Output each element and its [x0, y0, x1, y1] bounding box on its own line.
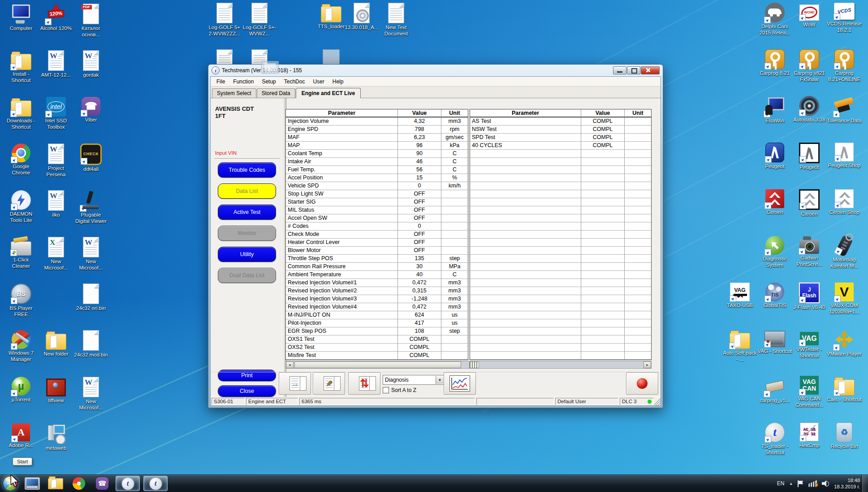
table-row[interactable]: OXS1 Test COMPL	[286, 335, 468, 344]
view-mode-dropdown[interactable]: Diagnosis ▼	[383, 375, 444, 385]
desktop-icon[interactable]: carprog_v1...	[757, 376, 792, 404]
desktop-icon[interactable]: tiffview	[39, 377, 73, 404]
desktop-icon[interactable]: Install - Shortcut	[4, 50, 39, 83]
desktop-icon[interactable]: W New Microsof...	[73, 237, 108, 271]
desktop-icon[interactable]: ElsaWin	[757, 96, 792, 124]
desktop-icon[interactable]: TIS GlobalTIS	[757, 283, 792, 309]
desktop-icon[interactable]: Computer	[4, 4, 39, 32]
desktop-icon[interactable]: VAG CAN VAG CAN Command...	[792, 376, 827, 408]
hidden-icons-arrow[interactable]: ▲	[789, 482, 793, 486]
desktop-icon[interactable]: Log-GOLF 5+ 2-WVWZZZ...	[207, 3, 242, 37]
table-row[interactable]	[470, 222, 651, 231]
record-button[interactable]	[626, 372, 658, 395]
table-row[interactable]: AS Test COMPL	[470, 118, 651, 126]
menu-item[interactable]: Setup	[258, 78, 280, 86]
table-row[interactable]: Accel Position 15 %	[286, 174, 468, 182]
desktop-icon[interactable]: Delphi Cars 2015 Relea...	[757, 3, 792, 36]
desktop-icon[interactable]: 1-Click Cleaner	[4, 237, 39, 269]
network-icon[interactable]: ✱	[808, 480, 817, 487]
table-row[interactable]: Accel Open SW OFF	[286, 214, 468, 222]
close-button[interactable]	[641, 66, 660, 74]
desktop-icon[interactable]: Google Chrome	[4, 144, 39, 176]
table-row[interactable]: Injection Volume 4,32 mm3	[286, 118, 468, 126]
menu-item[interactable]: TechDoc	[280, 78, 309, 86]
table-row[interactable]	[470, 303, 651, 311]
scroll-left-button[interactable]: ◄	[286, 361, 294, 368]
splitter-grip[interactable]	[469, 361, 479, 368]
menu-item[interactable]: File	[212, 78, 229, 86]
table-row[interactable]: MIL Status OFF	[286, 206, 468, 214]
scrollbar-thumb[interactable]	[294, 361, 461, 368]
table-row[interactable]: EGR Step POS 108 step	[286, 327, 468, 335]
desktop-icon[interactable]: Peugeot Shop	[827, 143, 862, 169]
desktop-icon[interactable]: PDF Каталог основ...	[73, 4, 108, 38]
table-row[interactable]: 40 CYCLES COMPL	[470, 142, 651, 150]
table-row[interactable]	[470, 206, 651, 214]
desktop-icon[interactable]: VCDS VCDS Release 18.2.1	[827, 3, 862, 33]
desktop-icon[interactable]: Cars - Shortcut	[827, 376, 862, 403]
function-button[interactable]: Utility	[218, 247, 276, 262]
show-desktop-button[interactable]	[862, 475, 868, 492]
table-row[interactable]: Revised Injection Volume#3 -1,248 mm3	[286, 295, 468, 303]
desktop-icon[interactable]: A Adobe R...	[4, 423, 39, 449]
table-row[interactable]: Starter SIG OFF	[286, 198, 468, 206]
table-row[interactable]: Revised Injection Volume#4 0,472 mm3	[286, 303, 468, 311]
desktop-icon[interactable]: ♻ Recycle Bin	[827, 422, 862, 450]
desktop-icon[interactable]: W AMT-12-12...	[39, 50, 73, 78]
table-row[interactable]	[470, 287, 651, 295]
desktop-icon[interactable]: VAG TAXO-USB	[722, 283, 757, 309]
taskbar-button[interactable]	[69, 476, 89, 491]
taskbar-button[interactable]: ☎	[92, 476, 112, 491]
table-row[interactable]	[470, 311, 651, 319]
table-row[interactable]	[470, 198, 651, 206]
desktop-icon[interactable]: metaweb	[39, 423, 73, 452]
table-row[interactable]	[470, 255, 651, 263]
table-row[interactable]	[470, 214, 651, 222]
desktop-icon[interactable]: Auto Soft pack - ...	[722, 329, 757, 362]
table-row[interactable]: # Codes 0	[286, 222, 468, 231]
desktop-icon[interactable]: µ µTorrent	[4, 377, 39, 403]
taskbar-button[interactable]: t	[116, 476, 140, 491]
desktop-icon[interactable]: Citroen	[757, 189, 792, 216]
function-button[interactable]: Trouble Codes	[218, 162, 276, 178]
desktop-icon[interactable]: Autodata 3.38	[792, 96, 827, 123]
table-row[interactable]: SPD Test COMPL	[470, 134, 651, 142]
menu-item[interactable]: User	[309, 78, 328, 86]
desktop-icon[interactable]: Citroën Shop	[827, 189, 862, 216]
desktop-icon[interactable]: W Project Persena	[39, 144, 73, 178]
desktop-icon[interactable]: X New Microsof...	[39, 237, 73, 271]
table-row[interactable]	[470, 150, 651, 158]
desktop-icon[interactable]: Log-GOLF 5+-WVWZ...	[242, 3, 277, 37]
taskbar-button[interactable]	[22, 476, 42, 491]
dropdown-arrow-icon[interactable]: ▼	[436, 376, 444, 384]
horizontal-scrollbar[interactable]: ◄ ►	[285, 361, 652, 369]
table-row[interactable]: Revised Injection Volume#1 0,472 mm3	[286, 279, 468, 287]
desktop-icon[interactable]: Carprog 8.21	[757, 49, 792, 77]
table-row[interactable]: Throttle Step POS 135 step	[286, 255, 468, 263]
table-row[interactable]	[470, 231, 651, 239]
table-row[interactable]	[470, 239, 651, 247]
table-row[interactable]	[470, 158, 651, 166]
desktop-icon[interactable]: Gadwin PrintScre...	[792, 236, 827, 267]
sort-checkbox[interactable]	[383, 387, 389, 393]
table-row[interactable]	[470, 174, 651, 182]
minimize-button[interactable]	[613, 66, 626, 74]
desktop-icon[interactable]: New Text Document	[379, 3, 414, 37]
desktop-icon[interactable]: 24c32 ori.bin	[73, 283, 108, 312]
desktop-icon[interactable]: t TS_loader - Shortcut	[757, 422, 792, 456]
table-row[interactable]	[470, 263, 651, 271]
desktop-icon[interactable]: 24c32 mod.bin	[73, 330, 108, 358]
desktop-icon[interactable]: W New Microsof...	[73, 377, 108, 411]
table-row[interactable]: Common Rail Pressure 30 MPa	[286, 263, 468, 271]
table-row[interactable]	[470, 327, 651, 335]
table-row[interactable]	[470, 335, 651, 344]
taskbar-button[interactable]: t	[143, 476, 168, 491]
resize-grip[interactable]	[654, 397, 661, 405]
table-row[interactable]	[470, 344, 651, 352]
desktop-icon[interactable]: Downloads - Shortcut	[4, 97, 39, 130]
desktop-icon[interactable]: VMware Player	[827, 329, 862, 357]
function-button[interactable]: Data List	[218, 183, 276, 199]
table-row[interactable]	[470, 190, 651, 198]
tab[interactable]: System Select	[212, 88, 256, 98]
scroll-right-button[interactable]: ►	[643, 361, 651, 368]
